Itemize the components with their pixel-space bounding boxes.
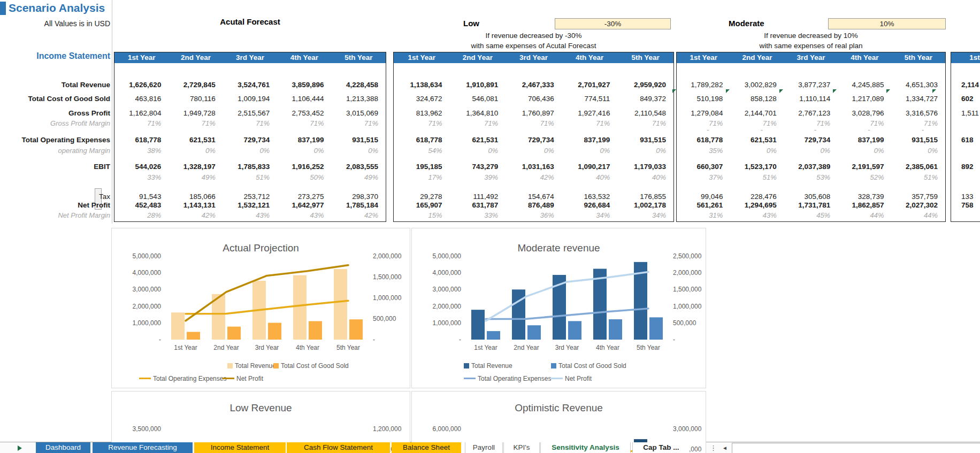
horizontal-scrollbar[interactable] [732,443,980,453]
legend-item[interactable]: Total Cost of Good Sold [551,362,626,370]
cell-partial-ebit[interactable]: 892 [961,162,980,172]
cell-actual-ebitm[interactable]: 33% [114,173,161,182]
cell-moderate-gross_profit[interactable]: 3,028,796 [838,109,884,118]
cell-actual-total_revenue[interactable]: 2,729,845 [169,80,215,90]
cell-actual-ebit[interactable]: 1,328,197 [169,162,215,172]
cell-low-ebit[interactable]: 1,031,163 [506,162,554,172]
cell-actual-opm[interactable]: 38% [114,146,161,156]
cell-actual-toe[interactable]: 621,531 [169,135,215,145]
year-header[interactable]: 2nd Year [450,52,506,63]
cell-actual-net_profit[interactable]: 452,483 [114,201,161,210]
cell-actual-gross_profit[interactable]: 2,753,452 [277,109,324,118]
cell-low-opm[interactable]: 0% [450,146,499,156]
sheet-tab-income-statement[interactable]: Income Statement [194,442,286,453]
legend-item[interactable]: Total Revenue [227,362,276,370]
cell-low-cogs[interactable]: 849,372 [617,94,666,104]
cell-moderate-gross_profit[interactable]: 2,144,701 [730,109,776,118]
cell-moderate-ebit[interactable]: 1,523,170 [730,162,776,172]
cell-low-cogs[interactable]: 774,511 [562,94,610,104]
cell-moderate-toe[interactable]: 837,199 [838,135,884,145]
cell-low-ebit[interactable]: 195,185 [394,162,442,172]
cell-moderate-toe[interactable]: 729,734 [784,135,830,145]
cell-actual-total_revenue[interactable]: 3,859,896 [277,80,324,90]
cell-low-opm[interactable]: 0% [506,146,554,156]
cell-moderate-cogs[interactable]: 1,217,089 [838,94,884,104]
cell-actual-cogs[interactable]: 1,213,388 [332,94,378,104]
cell-actual-ebit[interactable]: 1,916,252 [277,162,324,172]
year-header[interactable]: 1st Year [114,52,169,63]
cell-actual-total_revenue[interactable]: 4,228,458 [332,80,378,90]
cell-moderate-ebitm[interactable]: 52% [838,173,884,182]
year-header[interactable]: 3rd Year [784,52,838,63]
cell-low-net_profit[interactable]: 876,489 [506,201,554,210]
cell-low-toe[interactable]: 618,778 [394,135,442,145]
cell-actual-cogs[interactable]: 1,106,444 [277,94,324,104]
cell-moderate-ebitm[interactable]: 53% [784,173,830,182]
cell-moderate-gross_profit[interactable]: 3,316,576 [892,109,938,118]
cell-low-opm[interactable]: 0% [562,146,610,156]
cell-moderate-net_profit[interactable]: 561,261 [677,201,723,210]
cell-moderate-ebitm[interactable]: 51% [730,173,776,182]
cell-moderate-npm[interactable]: 43% [730,211,776,220]
hscroll-left-icon[interactable]: ◄ [720,443,730,452]
cell-actual-ebit[interactable]: 1,785,833 [223,162,270,172]
legend-item[interactable]: Total Operating Expenses [464,375,551,382]
cell-actual-net_profit[interactable]: 1,785,184 [332,201,378,210]
cell-actual-ebitm[interactable]: 49% [332,173,378,182]
cell-low-gpm[interactable]: 71% [450,119,499,128]
cell-actual-gpm[interactable]: 71% [223,119,270,128]
cell-moderate-opm[interactable]: 0% [784,146,830,156]
sheet-tab-kpi-s[interactable]: KPI's [503,442,540,453]
cell-low-total_revenue[interactable]: 1,138,634 [394,80,442,90]
cell-moderate-toe[interactable]: 621,531 [730,135,776,145]
cell-moderate-net_profit[interactable]: 1,294,695 [730,201,776,210]
cell-actual-cogs[interactable]: 1,009,194 [223,94,270,104]
cell-low-opm[interactable]: 0% [617,146,666,156]
cell-actual-net_profit[interactable]: 1,532,121 [223,201,270,210]
legend-item[interactable]: Total Operating Expenses [139,375,226,382]
cell-moderate-total_revenue[interactable]: 3,877,237 [784,80,830,90]
cell-low-ebitm[interactable]: 39% [450,173,499,182]
cell-actual-gpm[interactable]: 71% [114,119,161,128]
cell-actual-ebit[interactable]: 544,026 [114,162,161,172]
cell-actual-opm[interactable]: 0% [169,146,215,156]
year-header[interactable]: 2nd Year [730,52,784,63]
cell-actual-toe[interactable]: 618,778 [114,135,161,145]
cell-low-npm[interactable]: 34% [562,211,610,220]
sheet-tab-dashboard[interactable]: Dashboard [36,442,90,453]
cell-actual-gross_profit[interactable]: 1,949,728 [169,109,215,118]
cell-actual-ebitm[interactable]: 51% [223,173,270,182]
cell-moderate-total_revenue[interactable]: 4,651,303 [892,80,938,90]
cell-partial-cogs[interactable]: 602 [961,94,980,104]
cell-moderate-npm[interactable]: 44% [838,211,884,220]
cell-low-total_revenue[interactable]: 2,959,920 [617,80,666,90]
cell-low-npm[interactable]: 15% [394,211,442,220]
cell-moderate-total_revenue[interactable]: 4,245,885 [838,80,884,90]
cell-partial-toe[interactable]: 618 [961,135,980,145]
cell-low-gross_profit[interactable]: 1,927,416 [562,109,610,118]
cell-moderate-ebit[interactable]: 2,191,597 [838,162,884,172]
cell-moderate-ebitm[interactable]: 51% [892,173,938,182]
cell-low-ebitm[interactable]: 40% [562,173,610,182]
cell-low-total_revenue[interactable]: 2,701,927 [562,80,610,90]
cell-partial-total_revenue[interactable]: 2,114 [961,80,980,90]
cell-low-gross_profit[interactable]: 813,962 [394,109,442,118]
cell-low-ebitm[interactable]: 17% [394,173,442,182]
year-header[interactable]: 4th Year [838,52,891,63]
cell-low-ebitm[interactable]: 40% [617,173,666,182]
year-header[interactable]: 5th Year [617,52,673,63]
cell-low-toe[interactable]: 931,515 [617,135,666,145]
cell-actual-gpm[interactable]: 71% [332,119,378,128]
cell-actual-net_profit[interactable]: 1,642,977 [277,201,324,210]
cell-actual-npm[interactable]: 43% [277,211,324,220]
sheet-tab-balance-sheet[interactable]: Balance Sheet [392,442,461,453]
cell-low-gross_profit[interactable]: 1,760,897 [506,109,554,118]
cell-partial-gross_profit[interactable]: 1,511 [961,109,980,118]
cell-low-toe[interactable]: 729,734 [506,135,554,145]
cell-actual-npm[interactable]: 42% [169,211,215,220]
cell-actual-toe[interactable]: 729,734 [223,135,270,145]
cell-low-toe[interactable]: 621,531 [450,135,499,145]
cell-low-gpm[interactable]: 71% [617,119,666,128]
cell-actual-npm[interactable]: 42% [332,211,378,220]
tab-overflow-kebab-icon[interactable]: ⋮ [710,443,717,453]
